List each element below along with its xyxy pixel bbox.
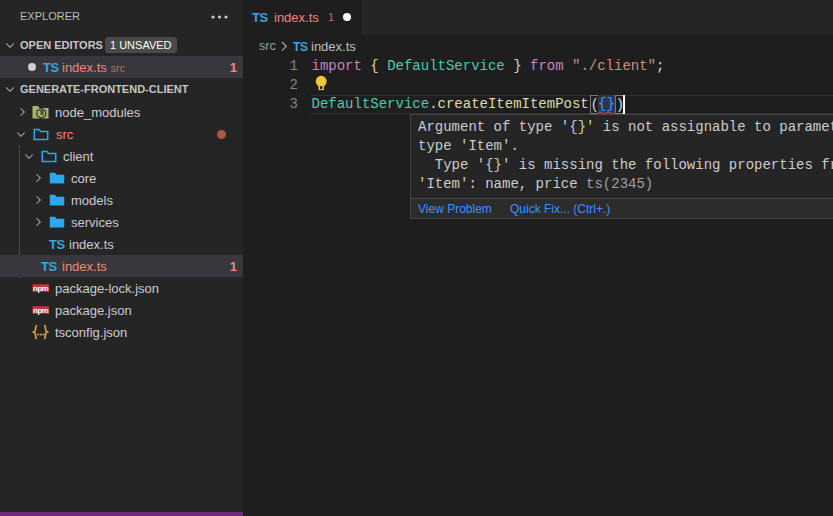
svg-text:npm: npm (33, 306, 49, 315)
svg-text:npm: npm (33, 284, 49, 293)
